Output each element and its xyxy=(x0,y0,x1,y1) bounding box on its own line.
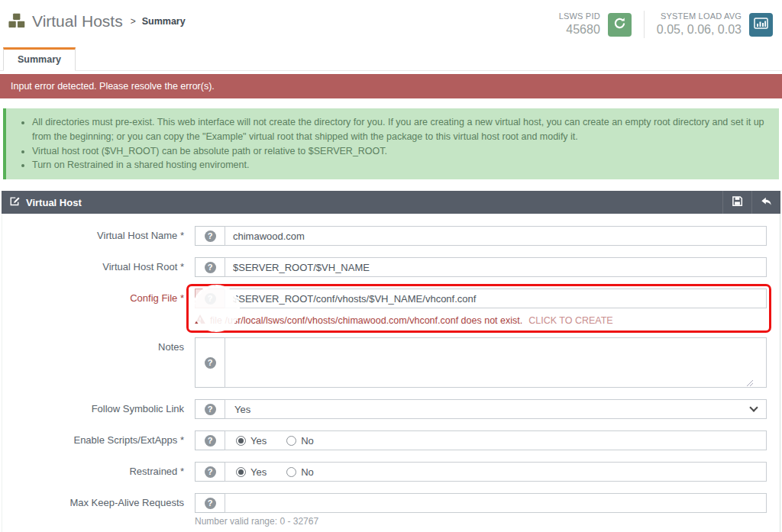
edit-icon xyxy=(9,195,21,209)
radio-unselected-icon xyxy=(286,436,296,446)
lsws-pid: LSWS PID 45680 xyxy=(559,11,600,37)
save-icon xyxy=(732,195,743,210)
field-row-vh-name: Virtual Host Name * ? xyxy=(2,226,780,246)
max-keepalive-label: Max Keep-Alive Requests xyxy=(2,493,195,527)
vh-root-help-button[interactable]: ? xyxy=(195,257,225,277)
config-file-label: Config File * xyxy=(2,289,195,326)
vh-root-label: Virtual Host Root * xyxy=(2,257,195,277)
info-bullet: Turn on Restrained in a shared hosting e… xyxy=(32,158,768,172)
radio-label: No xyxy=(301,466,314,478)
radio-selected-icon xyxy=(236,467,246,477)
help-icon: ? xyxy=(205,231,216,242)
system-load: SYSTEM LOAD AVG 0.05, 0.06, 0.03 xyxy=(657,11,742,37)
restart-server-button[interactable] xyxy=(608,13,632,37)
lsws-pid-value: 45680 xyxy=(559,22,600,37)
stats-button[interactable] xyxy=(749,13,773,37)
info-bullet: Virtual host root ($VH_ROOT) can be abso… xyxy=(32,144,768,159)
restrained-label: Restrained * xyxy=(2,462,195,482)
panel-title: Virtual Host xyxy=(26,197,82,208)
virtual-host-form: Virtual Host Name * ? Virtual Host Root … xyxy=(2,214,780,532)
max-keepalive-input[interactable] xyxy=(225,493,767,513)
radio-label: Yes xyxy=(250,466,267,478)
enable-scripts-radio-no[interactable]: No xyxy=(286,435,314,447)
system-load-value: 0.05, 0.06, 0.03 xyxy=(657,22,742,37)
help-icon: ? xyxy=(205,466,216,478)
config-file-input[interactable] xyxy=(225,289,767,308)
follow-symlink-select[interactable]: Yes xyxy=(225,399,767,419)
tab-summary[interactable]: Summary xyxy=(3,47,76,71)
vh-name-input[interactable] xyxy=(225,226,767,246)
config-file-error: file /usr/local/lsws/conf/vhosts/chimawo… xyxy=(195,314,767,326)
error-banner: Input error detected. Please resolve the… xyxy=(0,74,782,98)
radio-selected-icon xyxy=(236,436,246,446)
restrained-radio-yes[interactable]: Yes xyxy=(236,466,267,478)
vh-name-label: Virtual Host Name * xyxy=(2,226,195,246)
field-row-restrained: Restrained * ? Yes No xyxy=(2,462,780,482)
notes-textarea[interactable] xyxy=(225,337,767,388)
notes-label: Notes xyxy=(2,337,195,388)
breadcrumb-section[interactable]: Virtual Hosts xyxy=(32,12,123,31)
restrained-help-button[interactable]: ? xyxy=(195,462,225,482)
help-icon: ? xyxy=(205,404,216,415)
vh-name-help-button[interactable]: ? xyxy=(195,226,225,246)
max-keepalive-hint: Number valid range: 0 - 32767 xyxy=(195,516,767,527)
chevron-down-icon xyxy=(749,403,758,411)
warning-icon xyxy=(195,314,205,326)
lsws-pid-label: LSWS PID xyxy=(559,11,600,22)
help-icon: ? xyxy=(205,498,216,509)
help-icon: ? xyxy=(205,293,216,305)
radio-label: No xyxy=(301,435,314,447)
max-keepalive-help-button[interactable]: ? xyxy=(195,493,225,513)
info-box: All directories must pre-exist. This web… xyxy=(3,108,779,179)
enable-scripts-help-button[interactable]: ? xyxy=(195,430,225,450)
radio-label: Yes xyxy=(250,435,267,447)
page-header: Virtual Hosts > Summary LSWS PID 45680 S… xyxy=(0,0,782,42)
follow-symlink-label: Follow Symbolic Link xyxy=(2,399,195,419)
enable-scripts-radio-group: Yes No xyxy=(225,430,767,450)
follow-symlink-help-button[interactable]: ? xyxy=(195,399,225,419)
breadcrumb: Virtual Hosts > Summary xyxy=(8,11,186,32)
enable-scripts-label: Enable Scripts/ExtApps * xyxy=(2,430,195,450)
help-icon: ? xyxy=(205,435,216,447)
help-icon: ? xyxy=(205,357,216,369)
system-load-label: SYSTEM LOAD AVG xyxy=(657,11,742,22)
field-row-config-file: Config File * ? file /usr/local/lsws/con… xyxy=(2,289,780,326)
field-row-follow-symlink: Follow Symbolic Link ? Yes xyxy=(2,399,780,419)
cubes-icon xyxy=(8,12,26,32)
restrained-radio-group: Yes No xyxy=(225,462,767,482)
vh-root-input[interactable] xyxy=(225,257,767,277)
restrained-radio-no[interactable]: No xyxy=(286,466,314,478)
bar-chart-icon xyxy=(754,18,768,32)
field-row-enable-scripts: Enable Scripts/ExtApps * ? Yes No xyxy=(2,430,780,450)
breadcrumb-page: Summary xyxy=(142,16,186,27)
field-row-notes: Notes ? xyxy=(2,337,780,388)
enable-scripts-radio-yes[interactable]: Yes xyxy=(236,435,267,447)
tab-strip: Summary xyxy=(0,42,782,71)
undo-icon xyxy=(760,195,773,210)
undo-button[interactable] xyxy=(751,191,780,214)
info-bullet: All directories must pre-exist. This web… xyxy=(32,115,768,144)
panel-header: Virtual Host xyxy=(2,191,780,214)
follow-symlink-value: Yes xyxy=(234,404,250,415)
help-icon: ? xyxy=(205,262,216,273)
notes-help-button[interactable]: ? xyxy=(195,337,225,388)
status-bar: LSWS PID 45680 SYSTEM LOAD AVG 0.05, 0.0… xyxy=(559,11,776,38)
save-button[interactable] xyxy=(722,191,751,214)
field-row-max-keepalive: Max Keep-Alive Requests ? Number valid r… xyxy=(2,493,780,527)
divider xyxy=(644,11,645,38)
radio-unselected-icon xyxy=(286,467,296,477)
config-file-help-button[interactable]: ? xyxy=(195,289,225,308)
config-file-error-text: file /usr/local/lsws/conf/vhosts/chimawo… xyxy=(210,315,522,326)
panel-actions xyxy=(722,191,780,214)
panel-title-wrap: Virtual Host xyxy=(2,195,722,209)
click-to-create-link[interactable]: CLICK TO CREATE xyxy=(528,315,612,326)
field-row-vh-root: Virtual Host Root * ? xyxy=(2,257,780,277)
breadcrumb-separator: > xyxy=(131,16,136,27)
refresh-icon xyxy=(613,17,626,33)
